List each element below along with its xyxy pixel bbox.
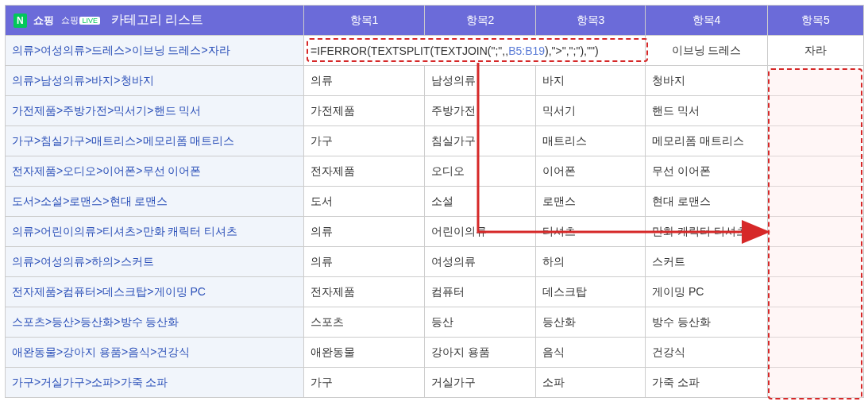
- cell-c4[interactable]: 만화 캐릭터 티셔츠: [646, 217, 768, 247]
- cell-c1[interactable]: 가구: [304, 126, 425, 156]
- cell-c4[interactable]: 청바지: [646, 66, 768, 96]
- cell-c3[interactable]: 하의: [536, 247, 646, 277]
- category-path-cell[interactable]: 도서>소설>로맨스>현대 로맨스: [6, 187, 304, 217]
- col-header-5[interactable]: 항목5: [768, 6, 864, 36]
- table-row: 가전제품>주방가전>믹서기>핸드 믹서가전제품주방가전믹서기핸드 믹서: [6, 96, 864, 126]
- header-row: N 쇼핑 쇼핑LIVE 카테고리 리스트 항목1 항목2 항목3 항목4 항목5: [6, 6, 864, 36]
- cell-c3[interactable]: 티셔츠: [536, 217, 646, 247]
- cell-c4[interactable]: 가죽 소파: [646, 368, 768, 398]
- table-row: 스포츠>등산>등산화>방수 등산화스포츠등산등산화방수 등산화: [6, 307, 864, 338]
- cell-c2[interactable]: 소설: [425, 187, 536, 217]
- naver-n-icon: N: [14, 14, 27, 28]
- category-path-cell[interactable]: 스포츠>등산>등산화>방수 등산화: [6, 307, 304, 338]
- cell-c4[interactable]: 건강식: [646, 338, 768, 368]
- col-header-4[interactable]: 항목4: [646, 6, 768, 36]
- cell-c4[interactable]: 메모리폼 매트리스: [646, 126, 768, 156]
- cell-c1[interactable]: 애완동물: [304, 338, 425, 368]
- shopping-label: 쇼핑: [33, 14, 54, 28]
- table-body: 의류>여성의류>드레스>이브닝 드레스>자라=IFERROR(TEXTSPLIT…: [6, 36, 864, 398]
- table-row: 가구>침실가구>매트리스>메모리폼 매트리스가구침실가구매트리스메모리폼 매트리…: [6, 126, 864, 156]
- cell-c5[interactable]: [768, 277, 864, 307]
- col-header-1[interactable]: 항목1: [304, 6, 425, 36]
- category-path-cell[interactable]: 애완동물>강아지 용품>음식>건강식: [6, 338, 304, 368]
- cell-c5[interactable]: [768, 96, 864, 126]
- cell-c2[interactable]: 컴퓨터: [425, 277, 536, 307]
- cell-c1[interactable]: 의류: [304, 247, 425, 277]
- category-path-cell[interactable]: 가전제품>주방가전>믹서기>핸드 믹서: [6, 96, 304, 126]
- shopping-live-label: 쇼핑LIVE: [61, 14, 100, 26]
- category-path-cell[interactable]: 의류>여성의류>하의>스커트: [6, 247, 304, 277]
- cell-c1[interactable]: 의류: [304, 66, 425, 96]
- cell-c4[interactable]: 스커트: [646, 247, 768, 277]
- cell-c1[interactable]: 스포츠: [304, 307, 425, 338]
- category-path-cell[interactable]: 의류>어린이의류>티셔츠>만화 캐릭터 티셔츠: [6, 217, 304, 247]
- table-row: 의류>여성의류>하의>스커트의류여성의류하의스커트: [6, 247, 864, 277]
- cell-c2[interactable]: 어린이의류: [425, 217, 536, 247]
- cell-c3[interactable]: 소파: [536, 368, 646, 398]
- cell-c2[interactable]: 주방가전: [425, 96, 536, 126]
- cell-c1[interactable]: 가구: [304, 368, 425, 398]
- cell-c5[interactable]: 자라: [768, 36, 864, 66]
- cell-c2[interactable]: 남성의류: [425, 66, 536, 96]
- cell-c3[interactable]: 데스크탑: [536, 277, 646, 307]
- table-row: 의류>어린이의류>티셔츠>만화 캐릭터 티셔츠의류어린이의류티셔츠만화 캐릭터 …: [6, 217, 864, 247]
- cell-c5[interactable]: [768, 307, 864, 338]
- cell-c1[interactable]: 도서: [304, 187, 425, 217]
- col-header-3[interactable]: 항목3: [536, 6, 646, 36]
- col-header-2[interactable]: 항목2: [425, 6, 536, 36]
- cell-c1[interactable]: 의류: [304, 217, 425, 247]
- table-row: 도서>소설>로맨스>현대 로맨스도서소설로맨스현대 로맨스: [6, 187, 864, 217]
- page-title: 카테고리 리스트: [111, 12, 203, 29]
- spreadsheet-table: N 쇼핑 쇼핑LIVE 카테고리 리스트 항목1 항목2 항목3 항목4 항목5…: [5, 5, 864, 398]
- cell-c5[interactable]: [768, 156, 864, 187]
- cell-c2[interactable]: 침실가구: [425, 126, 536, 156]
- cell-c3[interactable]: 등산화: [536, 307, 646, 338]
- formula-cell[interactable]: =IFERROR(TEXTSPLIT(TEXTJOIN(";",,B5:B19)…: [304, 36, 646, 66]
- cell-c5[interactable]: [768, 66, 864, 96]
- cell-c3[interactable]: 로맨스: [536, 187, 646, 217]
- table-row: 의류>여성의류>드레스>이브닝 드레스>자라=IFERROR(TEXTSPLIT…: [6, 36, 864, 66]
- table-row: 전자제품>컴퓨터>데스크탑>게이밍 PC전자제품컴퓨터데스크탑게이밍 PC: [6, 277, 864, 307]
- category-path-cell[interactable]: 의류>남성의류>바지>청바지: [6, 66, 304, 96]
- cell-c3[interactable]: 음식: [536, 338, 646, 368]
- cell-c4[interactable]: 무선 이어폰: [646, 156, 768, 187]
- cell-c4[interactable]: 이브닝 드레스: [646, 36, 768, 66]
- cell-c3[interactable]: 믹서기: [536, 96, 646, 126]
- table-row: 의류>남성의류>바지>청바지의류남성의류바지청바지: [6, 66, 864, 96]
- category-path-cell[interactable]: 의류>여성의류>드레스>이브닝 드레스>자라: [6, 36, 304, 66]
- cell-c5[interactable]: [768, 126, 864, 156]
- cell-c5[interactable]: [768, 247, 864, 277]
- live-badge-icon: LIVE: [79, 17, 100, 25]
- cell-c4[interactable]: 현대 로맨스: [646, 187, 768, 217]
- cell-c4[interactable]: 핸드 믹서: [646, 96, 768, 126]
- table-row: 전자제품>오디오>이어폰>무선 이어폰전자제품오디오이어폰무선 이어폰: [6, 156, 864, 187]
- cell-c1[interactable]: 전자제품: [304, 156, 425, 187]
- cell-c5[interactable]: [768, 338, 864, 368]
- cell-c3[interactable]: 이어폰: [536, 156, 646, 187]
- cell-c4[interactable]: 방수 등산화: [646, 307, 768, 338]
- cell-c2[interactable]: 오디오: [425, 156, 536, 187]
- category-path-cell[interactable]: 전자제품>오디오>이어폰>무선 이어폰: [6, 156, 304, 187]
- cell-c1[interactable]: 가전제품: [304, 96, 425, 126]
- table-row: 가구>거실가구>소파>가죽 소파가구거실가구소파가죽 소파: [6, 368, 864, 398]
- header-title-cell[interactable]: N 쇼핑 쇼핑LIVE 카테고리 리스트: [6, 6, 304, 36]
- cell-c2[interactable]: 등산: [425, 307, 536, 338]
- cell-c3[interactable]: 매트리스: [536, 126, 646, 156]
- category-path-cell[interactable]: 가구>침실가구>매트리스>메모리폼 매트리스: [6, 126, 304, 156]
- cell-c5[interactable]: [768, 187, 864, 217]
- table-row: 애완동물>강아지 용품>음식>건강식애완동물강아지 용품음식건강식: [6, 338, 864, 368]
- cell-c2[interactable]: 강아지 용품: [425, 338, 536, 368]
- spreadsheet-wrap: N 쇼핑 쇼핑LIVE 카테고리 리스트 항목1 항목2 항목3 항목4 항목5…: [5, 5, 863, 398]
- cell-c4[interactable]: 게이밍 PC: [646, 277, 768, 307]
- cell-c1[interactable]: 전자제품: [304, 277, 425, 307]
- cell-c2[interactable]: 거실가구: [425, 368, 536, 398]
- category-path-cell[interactable]: 가구>거실가구>소파>가죽 소파: [6, 368, 304, 398]
- cell-c2[interactable]: 여성의류: [425, 247, 536, 277]
- category-path-cell[interactable]: 전자제품>컴퓨터>데스크탑>게이밍 PC: [6, 277, 304, 307]
- cell-c3[interactable]: 바지: [536, 66, 646, 96]
- cell-c5[interactable]: [768, 368, 864, 398]
- cell-c5[interactable]: [768, 217, 864, 247]
